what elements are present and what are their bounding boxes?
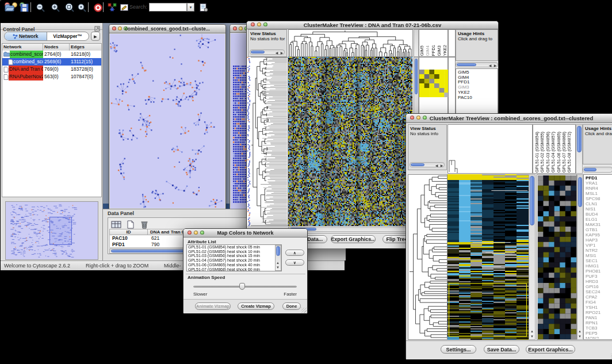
view-status-scrollbar[interactable]: ◀ ▶ — [250, 49, 285, 55]
gene-label[interactable]: MSI1 — [586, 253, 612, 258]
treeview1-titlebar[interactable]: ClusterMaker TreeView : DNA and Tran 07-… — [247, 21, 498, 29]
gene-label[interactable]: RNR4 — [586, 186, 612, 191]
new-attribute-icon[interactable] — [124, 219, 137, 230]
zoom-selected-icon[interactable] — [63, 2, 75, 13]
gene-label[interactable]: HMG1 — [586, 263, 612, 269]
treeview2-top-vscrollbar[interactable] — [576, 124, 583, 174]
resize-grip[interactable] — [301, 308, 307, 313]
move-down-button[interactable]: ∨ — [285, 259, 304, 266]
gene-label[interactable]: CLN1 — [586, 201, 612, 206]
gene-label[interactable]: NTR2 — [586, 248, 612, 253]
network1-titlebar[interactable]: combined_scores_good.txt--cluste... — [109, 25, 225, 33]
gene-label[interactable]: CPA2 — [586, 294, 612, 300]
attribute-item[interactable]: GPL51-02 (GSM855) heat shock 10 min — [187, 250, 281, 254]
treeview1-row-dendrogram[interactable] — [251, 57, 288, 226]
attribute-table-icon[interactable] — [110, 219, 123, 230]
tab-vizmapper[interactable]: VizMapper™ — [47, 32, 89, 40]
treeview2-gene-list[interactable]: PFD1YRA1RNR4MSL1SPC98CLN1NIS1BUD4ELG1MAK… — [586, 175, 612, 339]
gene-label[interactable]: BUD4 — [586, 212, 612, 217]
data-col-id[interactable]: ID — [110, 229, 148, 235]
treeview2-vscrollbar[interactable]: ▲ ▼ — [529, 174, 536, 340]
gene-label[interactable]: TCB3 — [586, 325, 612, 331]
scroll-right-arrow[interactable]: ▶ — [280, 51, 284, 55]
save-icon[interactable] — [18, 2, 30, 13]
gene-label[interactable]: RPO21 — [586, 310, 612, 315]
minimize-button[interactable] — [239, 26, 243, 30]
treeview2-titlebar[interactable]: ClusterMaker TreeView : combined_scores_… — [406, 114, 612, 123]
gene-label[interactable]: YSH1 — [586, 305, 612, 310]
network1-canvas[interactable] — [110, 34, 225, 208]
col-edges[interactable]: Edges — [70, 44, 101, 51]
scroll-thumb[interactable] — [578, 177, 582, 207]
attribute-list-scrollbar[interactable]: ▲ ▼ — [275, 245, 281, 271]
animation-speed-slider-track[interactable] — [193, 286, 297, 288]
treeview1-scroll-gutter[interactable] — [414, 29, 419, 57]
gene-label[interactable]: HAP3 — [586, 237, 612, 243]
col-nodes[interactable]: Nodes — [43, 44, 70, 51]
attribute-item[interactable]: GPL51-04 (GSM857) heat shock 20 min — [187, 258, 281, 263]
gene-label[interactable]: MON2 — [586, 336, 612, 339]
treeview2-detail-vscrollbar[interactable]: ▲ ▼ — [577, 174, 583, 340]
network-row-1[interactable]: combined_scores 2764(0) 16218(0) — [2, 51, 101, 58]
scroll-left-arrow[interactable]: ◀ — [434, 163, 439, 168]
scroll-right-arrow[interactable]: ▶ — [439, 163, 444, 168]
gene-label[interactable]: ELG1 — [586, 217, 612, 222]
attribute-list[interactable]: GPL51-01 (GSM854) heat shock 05 minGPL51… — [186, 244, 282, 271]
gene-label[interactable]: YRA1 — [586, 181, 612, 186]
export-graphics-button[interactable]: Export Graphics... — [526, 345, 575, 354]
gene-label[interactable]: SEC24 — [586, 289, 612, 294]
scroll-left-arrow[interactable]: ◀ — [488, 63, 492, 68]
scroll-down-arrow[interactable]: ▼ — [577, 334, 582, 339]
gene-label[interactable]: PFD1 — [586, 175, 612, 181]
close-button[interactable] — [233, 26, 237, 30]
delete-attribute-icon[interactable] — [138, 219, 151, 230]
help-lifering-icon[interactable] — [91, 2, 104, 13]
scroll-thumb[interactable] — [584, 168, 596, 171]
gene-label[interactable]: VIP1 — [586, 243, 612, 248]
scroll-thumb[interactable] — [251, 51, 265, 53]
gene-label[interactable]: SEC1 — [586, 258, 612, 263]
treeview1-correlation-matrix[interactable] — [419, 70, 449, 97]
gene-label[interactable]: GPI16 — [586, 284, 612, 289]
network-row-3[interactable]: DNA and Tran 07 769(0) 183728(0) — [2, 66, 101, 73]
gene-label[interactable]: GTB1 — [586, 227, 612, 232]
treeview2-detail-panel[interactable] — [537, 174, 577, 340]
view-status-scrollbar[interactable]: ◀ ▶ — [410, 162, 445, 167]
network-row-4[interactable]: RNAPuberNov2+ 563(0) 107847(0) — [2, 73, 101, 81]
gene-label[interactable]: SPC98 — [586, 196, 612, 201]
gene-label[interactable]: KAP95 — [586, 232, 612, 237]
create-vizmap-button[interactable]: Create Vizmap — [238, 302, 274, 310]
scroll-thumb[interactable] — [276, 246, 280, 256]
gene-label[interactable]: NIS1 — [586, 206, 612, 212]
scroll-up-arrow[interactable]: ▲ — [577, 329, 582, 334]
usage-hints-scrollbar[interactable]: ◀ ▶ — [456, 62, 498, 67]
scroll-thumb[interactable] — [411, 163, 424, 166]
gene-label[interactable]: HRD3 — [586, 279, 612, 284]
usage-hints-scrollbar[interactable] — [583, 167, 612, 173]
treeview1-heatmap[interactable] — [288, 57, 412, 226]
animation-speed-slider-thumb[interactable] — [239, 283, 245, 290]
treeview1-global-row-strip[interactable] — [247, 57, 251, 226]
scroll-thumb[interactable] — [457, 63, 476, 66]
attribute-item[interactable]: GPL51-07 (GSM868) heat shock 60 min — [187, 267, 281, 271]
annotation-icon[interactable] — [118, 2, 131, 13]
done-button[interactable]: Done — [282, 302, 301, 310]
attribute-item[interactable]: GPL51-03 (GSM856) heat shock 15 min — [187, 254, 281, 258]
gene-label[interactable]: RPN1 — [586, 320, 612, 325]
scroll-down-arrow[interactable]: ▼ — [276, 265, 280, 270]
scroll-up-arrow[interactable]: ▲ — [276, 260, 280, 265]
scroll-thumb[interactable] — [530, 176, 534, 225]
zoom-fit-icon[interactable] — [75, 2, 88, 13]
dialog-titlebar[interactable]: Map Colors to Network — [183, 229, 307, 237]
tab-network[interactable]: Network — [5, 32, 47, 40]
zoom-out-icon[interactable] — [34, 2, 47, 13]
save-data-button[interactable]: Save Data... — [484, 345, 519, 354]
vizmapper-icon[interactable] — [106, 2, 118, 13]
gene-label[interactable]: PAN1 — [586, 315, 612, 320]
scroll-down-arrow[interactable]: ▼ — [530, 334, 534, 339]
attribute-item[interactable]: GPL51-01 (GSM854) heat shock 05 min — [187, 245, 281, 250]
attribute-report-icon[interactable] — [197, 2, 210, 13]
animate-vizmap-button[interactable]: Animate Vizmap — [195, 302, 231, 310]
export-graphics-button[interactable]: Export Graphics... — [331, 235, 376, 243]
col-network[interactable]: Network — [2, 44, 43, 51]
